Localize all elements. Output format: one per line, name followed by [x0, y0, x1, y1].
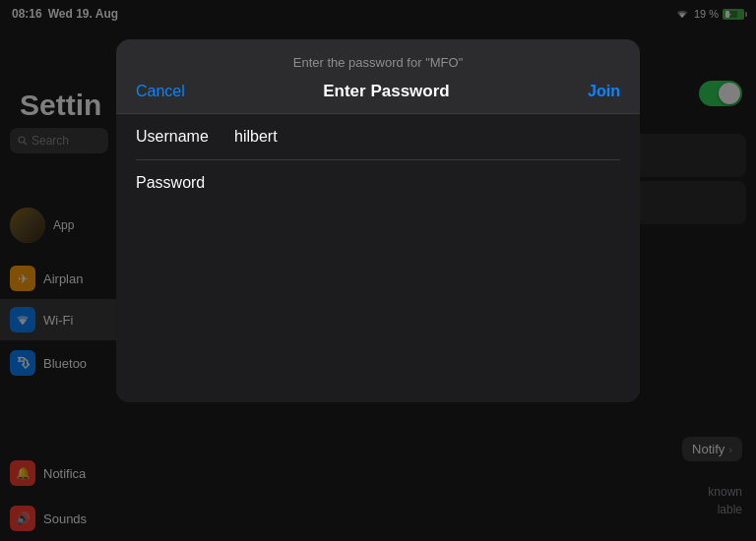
username-row: Username hilbert	[116, 114, 640, 159]
modal-header: Enter the password for "MFO"	[116, 39, 640, 70]
modal-title: Enter Password	[323, 82, 450, 101]
join-button[interactable]: Join	[588, 83, 620, 100]
cancel-button[interactable]: Cancel	[136, 83, 185, 100]
password-row[interactable]: Password	[116, 160, 640, 206]
username-value: hilbert	[234, 128, 620, 146]
modal-title-bar: Cancel Enter Password Join	[116, 74, 640, 113]
enter-password-modal: Enter the password for "MFO" Cancel Ente…	[116, 39, 640, 402]
modal-subtitle: Enter the password for "MFO"	[136, 55, 620, 70]
modal-body: Username hilbert Password	[116, 114, 640, 206]
username-label: Username	[136, 128, 234, 146]
password-input[interactable]	[234, 174, 620, 192]
modal-keyboard-space	[116, 206, 640, 402]
password-label: Password	[136, 174, 234, 192]
